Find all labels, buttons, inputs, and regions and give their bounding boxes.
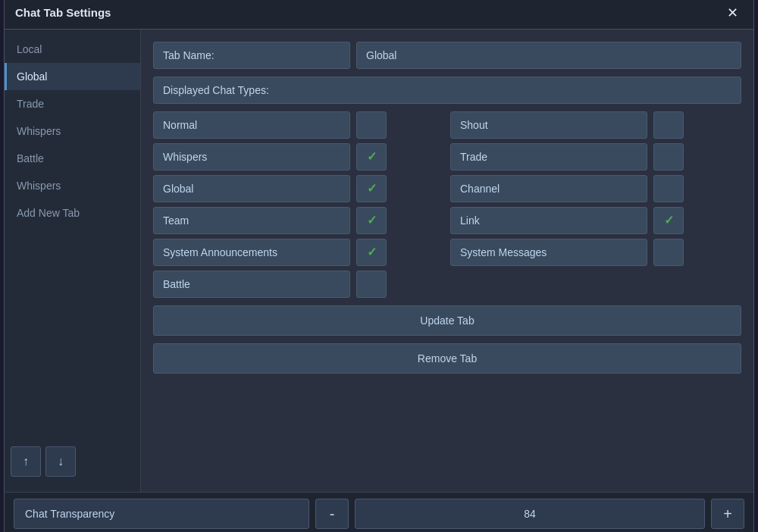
close-button[interactable]: ✕	[722, 5, 743, 21]
chat-type-trade-check[interactable]: ✓	[653, 143, 684, 171]
remove-tab-row: Remove Tab	[153, 343, 741, 374]
chat-type-channel-label: Channel	[450, 175, 647, 202]
bottom-bar: Chat Transparency - 84 +	[5, 492, 753, 533]
transparency-plus-button[interactable]: +	[711, 499, 744, 529]
sidebar-item-battle[interactable]: Battle	[5, 145, 140, 172]
chat-type-row-4: Team ✓ Link ✓	[153, 207, 741, 234]
chat-type-row-5: System Announcements ✓ System Messages ✓	[153, 239, 741, 266]
chat-type-right-6-empty	[450, 271, 741, 298]
displayed-row: Displayed Chat Types:	[153, 77, 741, 104]
transparency-value: 84	[355, 499, 705, 529]
chat-type-channel-check[interactable]: ✓	[653, 175, 684, 202]
chat-type-left-3: Global ✓	[153, 175, 444, 202]
sidebar-bottom: ↑ ↓	[5, 437, 140, 486]
up-arrow-icon: ↑	[23, 455, 29, 468]
sidebar-item-global[interactable]: Global	[5, 63, 140, 90]
update-tab-button[interactable]: Update Tab	[153, 305, 741, 336]
chat-type-team-check[interactable]: ✓	[356, 207, 387, 234]
chat-type-right-1: Shout ✓	[450, 111, 741, 139]
chat-type-trade-label: Trade	[450, 143, 647, 171]
tab-name-row: Tab Name: Global	[153, 42, 741, 69]
chat-type-shout-label: Shout	[450, 111, 647, 139]
move-down-button[interactable]: ↓	[45, 446, 76, 477]
displayed-label: Displayed Chat Types:	[153, 77, 741, 104]
chat-type-right-4: Link ✓	[450, 207, 741, 234]
chat-type-whispers-check[interactable]: ✓	[356, 143, 387, 171]
sidebar-item-trade[interactable]: Trade	[5, 90, 140, 117]
dialog: Chat Tab Settings ✕ Local Global Trade W…	[4, 0, 754, 532]
sidebar-item-local[interactable]: Local	[5, 36, 140, 63]
sidebar-item-whispers-2[interactable]: Whispers	[5, 172, 140, 199]
sidebar: Local Global Trade Whispers Battle Whisp…	[5, 30, 141, 492]
tab-name-value[interactable]: Global	[356, 42, 741, 69]
chat-type-left-1: Normal ✓	[153, 111, 444, 139]
chat-type-global-check[interactable]: ✓	[356, 175, 387, 202]
chat-type-row-1: Normal ✓ Shout ✓	[153, 111, 741, 139]
chat-type-system-msg-label: System Messages	[450, 239, 647, 266]
chat-type-right-5: System Messages ✓	[450, 239, 741, 266]
chat-type-global-label: Global	[153, 175, 350, 202]
chat-type-team-label: Team	[153, 207, 350, 234]
down-arrow-icon: ↓	[58, 455, 64, 468]
chat-type-system-msg-check[interactable]: ✓	[653, 239, 684, 266]
sidebar-item-add-new-tab[interactable]: Add New Tab	[5, 199, 140, 227]
remove-tab-button[interactable]: Remove Tab	[153, 343, 741, 374]
dialog-title: Chat Tab Settings	[15, 6, 111, 19]
chat-type-link-label: Link	[450, 207, 647, 234]
chat-type-left-5: System Announcements ✓	[153, 239, 444, 266]
chat-type-right-3: Channel ✓	[450, 175, 741, 202]
transparency-label: Chat Transparency	[14, 499, 309, 529]
chat-type-system-ann-check[interactable]: ✓	[356, 239, 387, 266]
chat-type-row-3: Global ✓ Channel ✓	[153, 175, 741, 202]
chat-type-battle-label: Battle	[153, 271, 350, 298]
chat-type-battle-check[interactable]: ✓	[356, 271, 387, 298]
chat-types-grid: Normal ✓ Shout ✓ Whispers ✓ Trade	[153, 111, 741, 298]
chat-type-left-4: Team ✓	[153, 207, 444, 234]
chat-type-system-ann-label: System Announcements	[153, 239, 350, 266]
chat-type-left-6: Battle ✓	[153, 271, 444, 298]
sidebar-item-whispers-1[interactable]: Whispers	[5, 117, 140, 145]
chat-type-right-2: Trade ✓	[450, 143, 741, 171]
chat-type-whispers-label: Whispers	[153, 143, 350, 171]
chat-type-row-2: Whispers ✓ Trade ✓	[153, 143, 741, 171]
title-bar: Chat Tab Settings ✕	[5, 0, 753, 30]
chat-type-normal-check[interactable]: ✓	[356, 111, 387, 139]
chat-type-row-6: Battle ✓	[153, 271, 741, 298]
main-body: Local Global Trade Whispers Battle Whisp…	[5, 30, 753, 492]
content-area: Tab Name: Global Displayed Chat Types: N…	[141, 30, 753, 492]
chat-type-left-2: Whispers ✓	[153, 143, 444, 171]
chat-type-link-check[interactable]: ✓	[653, 207, 684, 234]
chat-type-shout-check[interactable]: ✓	[653, 111, 684, 139]
update-tab-row: Update Tab	[153, 305, 741, 336]
tab-name-label: Tab Name:	[153, 42, 350, 69]
chat-type-normal-label: Normal	[153, 111, 350, 139]
transparency-minus-button[interactable]: -	[315, 499, 349, 529]
move-up-button[interactable]: ↑	[11, 446, 41, 477]
